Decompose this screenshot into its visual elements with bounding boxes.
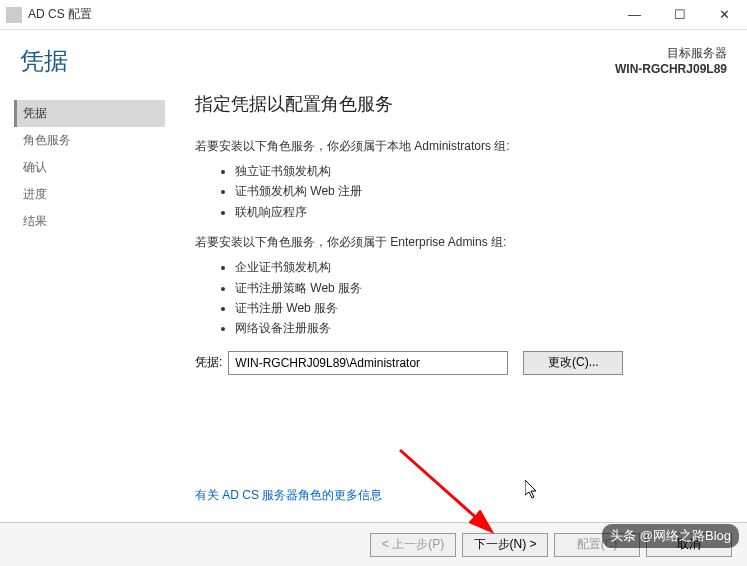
sidebar-item-credentials[interactable]: 凭据 <box>14 100 165 127</box>
target-server-label: 目标服务器 <box>615 45 727 62</box>
sidebar-item-confirm[interactable]: 确认 <box>20 154 165 181</box>
main-heading: 指定凭据以配置角色服务 <box>195 92 722 116</box>
maximize-button[interactable]: ☐ <box>657 0 702 29</box>
sidebar-item-role-services[interactable]: 角色服务 <box>20 127 165 154</box>
list-item: 网络设备注册服务 <box>235 318 722 338</box>
local-admin-intro: 若要安装以下角色服务，你必须属于本地 Administrators 组: <box>195 138 722 155</box>
page-title: 凭据 <box>20 45 615 77</box>
list-item: 证书注册 Web 服务 <box>235 298 722 318</box>
close-button[interactable]: ✕ <box>702 0 747 29</box>
credentials-input[interactable] <box>228 351 508 375</box>
sidebar: 凭据 角色服务 确认 进度 结果 <box>0 92 165 512</box>
local-admin-list: 独立证书颁发机构 证书颁发机构 Web 注册 联机响应程序 <box>235 161 722 222</box>
watermark: 头条 @网络之路Blog <box>602 524 739 548</box>
next-button[interactable]: 下一步(N) > <box>462 533 548 557</box>
change-button[interactable]: 更改(C)... <box>523 351 623 375</box>
list-item: 企业证书颁发机构 <box>235 257 722 277</box>
list-item: 独立证书颁发机构 <box>235 161 722 181</box>
minimize-button[interactable]: — <box>612 0 657 29</box>
more-info-link[interactable]: 有关 AD CS 服务器角色的更多信息 <box>195 487 382 504</box>
list-item: 联机响应程序 <box>235 202 722 222</box>
enterprise-admin-intro: 若要安装以下角色服务，你必须属于 Enterprise Admins 组: <box>195 234 722 251</box>
app-icon <box>6 7 22 23</box>
previous-button: < 上一步(P) <box>370 533 456 557</box>
credentials-label: 凭据: <box>195 354 222 371</box>
window-title: AD CS 配置 <box>28 6 612 23</box>
target-server-name: WIN-RGCHRJ09L89 <box>615 62 727 76</box>
enterprise-admin-list: 企业证书颁发机构 证书注册策略 Web 服务 证书注册 Web 服务 网络设备注… <box>235 257 722 339</box>
list-item: 证书注册策略 Web 服务 <box>235 278 722 298</box>
list-item: 证书颁发机构 Web 注册 <box>235 181 722 201</box>
sidebar-item-progress[interactable]: 进度 <box>20 181 165 208</box>
sidebar-item-results[interactable]: 结果 <box>20 208 165 235</box>
